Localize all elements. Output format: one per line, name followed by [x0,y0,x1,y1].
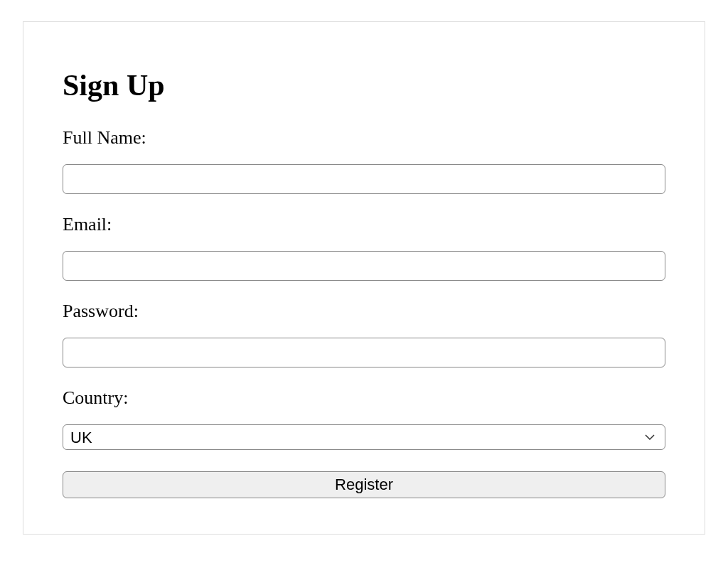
full-name-input[interactable] [63,164,665,194]
country-group: Country: UK [63,387,665,450]
full-name-group: Full Name: [63,127,665,194]
signup-form-container: Sign Up Full Name: Email: Password: Coun… [23,21,705,535]
email-input[interactable] [63,251,665,281]
password-input[interactable] [63,338,665,367]
email-label: Email: [63,214,665,235]
country-label: Country: [63,387,665,409]
form-title: Sign Up [63,68,665,102]
password-group: Password: [63,301,665,367]
register-button[interactable]: Register [63,471,665,498]
full-name-label: Full Name: [63,127,665,149]
country-select[interactable]: UK [63,424,665,450]
email-group: Email: [63,214,665,281]
password-label: Password: [63,301,665,322]
